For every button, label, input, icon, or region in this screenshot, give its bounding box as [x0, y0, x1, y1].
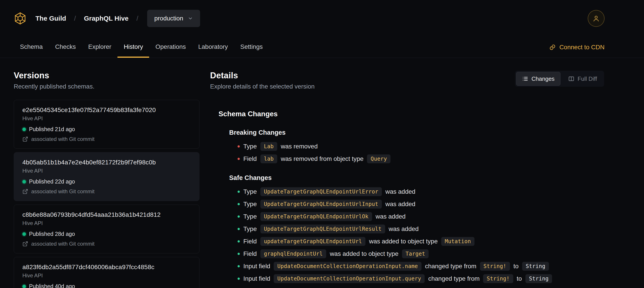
change-text: was added: [386, 201, 415, 208]
published-status-dot: [22, 232, 26, 236]
published-text: Published 21d ago: [29, 126, 75, 132]
change-text: to: [514, 263, 518, 270]
version-card[interactable]: a823f6db2a55df877dcf406006abca97fcc4858c…: [14, 257, 200, 288]
tab-schema[interactable]: Schema: [14, 37, 49, 58]
breadcrumb-project[interactable]: GraphQL Hive: [84, 15, 128, 22]
full-diff-view-button[interactable]: Full Diff: [562, 72, 603, 86]
code-badge: Mutation: [441, 237, 474, 246]
version-hash: a823f6db2a55df877dcf406006abca97fcc4858c: [22, 263, 191, 271]
view-toggle: Changes Full Diff: [515, 71, 604, 87]
published-text: Published 40d ago: [29, 283, 75, 288]
breadcrumb-separator: /: [74, 15, 76, 22]
schema-changes-section: Schema Changes Breaking Changes TypeLabw…: [210, 110, 604, 285]
versions-title: Versions: [14, 71, 200, 80]
versions-panel: Versions Recently published schemas. e2e…: [14, 71, 200, 288]
version-service: Hive API: [22, 115, 191, 122]
tab-label: History: [124, 43, 143, 50]
change-text: was removed: [281, 143, 318, 150]
details-subtitle: Explore details of the selected version: [210, 83, 315, 90]
version-published-row: Published 40d ago: [22, 283, 191, 288]
change-severity-bullet: [238, 240, 240, 242]
change-text: Field: [243, 155, 257, 162]
git-commit-link[interactable]: associated with Git commit: [22, 188, 191, 195]
code-badge: UpdateTargetGraphQLEndpointUrlResult: [260, 224, 385, 233]
change-description: TypeUpdateTargetGraphQLEndpointUrlResult…: [243, 224, 418, 233]
change-text: Type: [243, 225, 257, 232]
published-text: Published 22d ago: [29, 178, 75, 185]
link-icon: [549, 44, 556, 51]
change-severity-bullet: [238, 191, 240, 193]
change-severity-bullet: [238, 265, 240, 267]
hive-logo-link[interactable]: [14, 12, 26, 25]
git-commit-label: associated with Git commit: [31, 188, 94, 195]
details-header: Details Explore details of the selected …: [210, 71, 604, 90]
code-badge: String: [522, 262, 549, 271]
code-badge: String!: [483, 274, 513, 283]
tab-checks[interactable]: Checks: [49, 37, 82, 58]
version-hash: 4b05ab51b1b4a7e2e4b0ef82172f2b9f7ef98c0b: [22, 159, 191, 166]
changes-view-label: Changes: [532, 75, 554, 82]
change-description: TypeLabwas removed: [243, 142, 318, 151]
version-list: e2e55045345ce13fe07f52a77459b83fa3fe7020…: [14, 100, 200, 288]
change-description: FieldgraphqlEndpointUrlwas added to obje…: [243, 249, 428, 258]
code-badge: Lab: [260, 142, 277, 151]
breadcrumb: The Guild / GraphQL Hive /: [36, 15, 138, 22]
environment-selector[interactable]: production: [147, 10, 200, 27]
schema-change-item: Input fieldUpdateDocumentCollectionOpera…: [229, 260, 604, 272]
connect-to-cdn-link[interactable]: Connect to CDN: [549, 37, 604, 58]
change-text: Type: [243, 188, 257, 195]
code-badge: UpdateDocumentCollectionOperationInput.q…: [274, 274, 424, 283]
changes-view-button[interactable]: Changes: [516, 72, 560, 86]
tab-label: Checks: [55, 43, 76, 50]
change-severity-bullet: [238, 215, 240, 218]
change-text: Field: [243, 250, 257, 257]
change-description: TypeUpdateTargetGraphQLEndpointUrlInputw…: [243, 200, 415, 209]
breadcrumb-org[interactable]: The Guild: [36, 15, 66, 22]
schema-change-item: FieldupdateTargetGraphQLEndpointUrlwas a…: [229, 235, 604, 248]
tab-label: Schema: [20, 43, 43, 50]
git-commit-link[interactable]: associated with Git commit: [22, 136, 191, 142]
list-icon: [522, 76, 528, 82]
schema-change-item: TypeUpdateTargetGraphQLEndpointUrlOkwas …: [229, 210, 604, 223]
version-published-row: Published 21d ago: [22, 126, 191, 132]
main-content: Versions Recently published schemas. e2e…: [0, 58, 644, 288]
connect-to-cdn-label: Connect to CDN: [559, 44, 604, 51]
version-card[interactable]: e2e55045345ce13fe07f52a77459b83fa3fe7020…: [14, 100, 200, 149]
change-description: Fieldlabwas removed from object typeQuer…: [243, 154, 390, 163]
main-nav-tabs: Schema Checks Explorer History Operation…: [0, 37, 644, 58]
tab-settings[interactable]: Settings: [234, 37, 269, 58]
tab-operations[interactable]: Operations: [149, 37, 192, 58]
tab-explorer[interactable]: Explorer: [82, 37, 118, 58]
change-group-breaking: Breaking Changes TypeLabwas removed Fiel…: [218, 129, 604, 165]
change-text: Type: [243, 213, 257, 220]
schema-change-item: TypeLabwas removed: [229, 140, 604, 153]
details-panel: Details Explore details of the selected …: [210, 71, 604, 285]
user-icon: [592, 15, 600, 23]
code-badge: graphqlEndpointUrl: [260, 249, 326, 258]
git-commit-label: associated with Git commit: [31, 136, 94, 142]
change-description: FieldupdateTargetGraphQLEndpointUrlwas a…: [243, 237, 474, 246]
change-severity-bullet: [238, 145, 240, 148]
code-badge: UpdateDocumentCollectionOperationInput.n…: [274, 262, 421, 271]
change-description: TypeUpdateTargetGraphQLEndpointUrlErrorw…: [243, 187, 415, 196]
code-badge: String!: [480, 262, 510, 271]
user-avatar-button[interactable]: [588, 10, 604, 27]
change-group-safe: Safe Changes TypeUpdateTargetGraphQLEndp…: [218, 174, 604, 285]
schema-change-item: TypeUpdateTargetGraphQLEndpointUrlInputw…: [229, 198, 604, 210]
code-badge: Query: [367, 154, 390, 163]
change-group-title: Breaking Changes: [229, 129, 604, 136]
code-badge: lab: [260, 154, 277, 163]
git-commit-link[interactable]: associated with Git commit: [22, 241, 191, 247]
app-header: The Guild / GraphQL Hive / production Sc…: [0, 0, 644, 58]
version-card[interactable]: c8b6e88a06793b9c4dfd54aaa21b36a1b421d812…: [14, 205, 200, 253]
change-text: Type: [243, 143, 257, 150]
version-published-row: Published 22d ago: [22, 178, 191, 185]
tab-laboratory[interactable]: Laboratory: [192, 37, 234, 58]
tab-history[interactable]: History: [118, 37, 149, 58]
tabs-group: Schema Checks Explorer History Operation…: [14, 37, 269, 58]
change-text: Input field: [243, 263, 270, 270]
change-severity-bullet: [238, 228, 240, 230]
change-text: Input field: [243, 275, 270, 282]
version-hash: c8b6e88a06793b9c4dfd54aaa21b36a1b421d812: [22, 211, 191, 218]
version-card[interactable]: 4b05ab51b1b4a7e2e4b0ef82172f2b9f7ef98c0b…: [14, 152, 200, 201]
